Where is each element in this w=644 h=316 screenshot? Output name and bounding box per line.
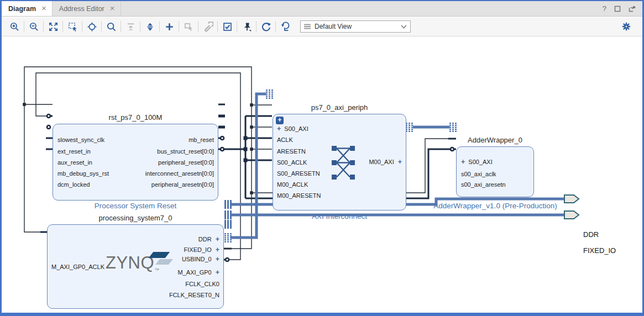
- port-s00-aresetn[interactable]: S00_ARESETN: [277, 170, 320, 177]
- view-selector-value: Default View: [315, 23, 352, 30]
- zynq-logo: ZYNQ: [106, 253, 172, 278]
- block-type-interconnect: AXI Interconnect: [273, 212, 406, 220]
- window-buttons: ?: [603, 1, 642, 16]
- block-title-interconnect: ps7_0_axi_periph: [273, 103, 406, 112]
- maximize-icon[interactable]: [614, 6, 621, 12]
- float-window-icon[interactable]: [629, 6, 636, 12]
- settings-gear-icon[interactable]: [619, 20, 633, 33]
- expand-hierarchy-icon[interactable]: [143, 20, 157, 33]
- block-type-adder: AdderWrapper_v1.0 (Pre-Production): [423, 202, 568, 210]
- external-port-ddr-label[interactable]: DDR: [583, 230, 599, 239]
- help-icon[interactable]: ?: [603, 4, 606, 13]
- port-adder-s00-axi[interactable]: S00_AXI: [461, 159, 493, 166]
- port-s00-axi-aclk[interactable]: s00_axi_aclk: [461, 171, 496, 178]
- zoom-to-selection-icon[interactable]: [65, 20, 80, 33]
- zynq-logo-swoosh-dark: [149, 252, 170, 258]
- toolbar-separator: [217, 21, 218, 32]
- zoom-in-icon[interactable]: [7, 20, 22, 33]
- port-m-axi-gp0-aclk[interactable]: M_AXI_GP0_ACLK: [51, 264, 104, 271]
- regenerate-layout-icon[interactable]: [278, 20, 292, 33]
- toolbar-separator: [101, 21, 102, 32]
- tab-address-editor-label: Address Editor: [59, 5, 104, 13]
- block-title-zynq: processing_system7_0: [47, 214, 224, 222]
- toolbar-separator: [256, 21, 256, 32]
- collapse-hierarchy-icon[interactable]: [123, 20, 138, 33]
- refresh-icon[interactable]: [259, 20, 273, 33]
- external-port-fixed-io-shape: [564, 211, 579, 219]
- view-selector-dropdown[interactable]: Default View: [300, 20, 411, 33]
- tab-diagram[interactable]: Diagram: [2, 1, 53, 16]
- close-icon[interactable]: [41, 5, 46, 13]
- toolbar-separator: [62, 21, 63, 32]
- port-mb-debug-sys-rst[interactable]: mb_debug_sys_rst: [57, 170, 109, 177]
- collapse-block-icon[interactable]: [276, 117, 284, 124]
- toolbar-separator: [140, 21, 140, 32]
- port-ext-reset-in[interactable]: ext_reset_in: [57, 148, 91, 155]
- port-aresetn[interactable]: ARESETN: [277, 148, 306, 155]
- net-m-axi-gp0[interactable]: [231, 94, 266, 238]
- zoom-out-icon[interactable]: [27, 20, 41, 33]
- toolbar-separator: [24, 21, 24, 32]
- port-dcm-locked[interactable]: dcm_locked: [57, 181, 90, 188]
- validate-design-icon[interactable]: [220, 20, 234, 33]
- port-fclk-reset0-n[interactable]: FCLK_RESET0_N: [140, 292, 219, 299]
- port-slowest-sync-clk[interactable]: slowest_sync_clk: [57, 136, 104, 144]
- block-title-reset: rst_ps7_0_100M: [53, 113, 218, 122]
- search-icon[interactable]: [104, 20, 118, 33]
- port-interconnect-aresetn[interactable]: interconnect_aresetn[0:0]: [112, 170, 214, 177]
- port-bus-struct-reset[interactable]: bus_struct_reset[0:0]: [112, 148, 214, 155]
- toolbar-separator: [159, 21, 160, 32]
- port-s00-axi[interactable]: S00_AXI: [277, 125, 308, 133]
- block-type-reset: Processor System Reset: [53, 202, 218, 210]
- port-m00-aresetn[interactable]: M00_ARESETN: [277, 192, 321, 199]
- close-icon[interactable]: [110, 5, 115, 13]
- port-s00-axi-aresetn[interactable]: s00_axi_aresetn: [461, 181, 506, 188]
- tab-diagram-label: Diagram: [8, 5, 36, 13]
- port-aux-reset-in[interactable]: aux_reset_in: [57, 159, 92, 166]
- port-peripheral-aresetn[interactable]: peripheral_aresetn[0:0]: [112, 181, 214, 188]
- chevron-down-icon: [401, 25, 407, 29]
- port-ddr[interactable]: DDR: [140, 236, 219, 243]
- tab-address-editor[interactable]: Address Editor: [53, 1, 121, 16]
- customize-block-icon[interactable]: [201, 20, 215, 33]
- toolbar-separator: [43, 21, 44, 32]
- toolbar-separator: [179, 21, 179, 32]
- axi-crossbar-icon: [331, 145, 356, 181]
- port-mb-reset[interactable]: mb_reset: [112, 136, 214, 144]
- vivado-diagram-window: Diagram Address Editor ?: [0, 0, 644, 316]
- toolbar-separator: [198, 21, 198, 32]
- port-m00-aclk[interactable]: M00_ACLK: [277, 181, 308, 188]
- block-type-zynq: ZYNQ7 Processing System: [47, 312, 224, 316]
- port-peripheral-reset[interactable]: peripheral_reset[0:0]: [112, 159, 214, 166]
- external-port-fixed-io-label[interactable]: FIXED_IO: [583, 246, 616, 255]
- diagram-toolbar: Default View: [2, 17, 642, 36]
- port-s00-aclk[interactable]: S00_ACLK: [277, 159, 307, 166]
- port-aclk[interactable]: ACLK: [277, 136, 293, 144]
- toolbar-separator: [237, 21, 237, 32]
- toolbar-separator: [121, 21, 121, 32]
- toolbar-separator: [82, 21, 82, 32]
- pin-icon[interactable]: [239, 20, 254, 33]
- hamburger-icon: [304, 24, 311, 29]
- tab-strip: Diagram Address Editor ?: [2, 1, 642, 17]
- toolbar-separator: [275, 21, 276, 32]
- block-title-adder: AdderWrapper_0: [456, 136, 534, 144]
- make-external-icon[interactable]: [181, 20, 196, 33]
- wire-junctions: [244, 136, 248, 162]
- diagram-canvas[interactable]: rst_ps7_0_100M slowest_sync_clk ext_rese…: [2, 36, 642, 313]
- add-ip-icon[interactable]: [162, 20, 176, 33]
- zoom-fit-icon[interactable]: [46, 20, 60, 33]
- autofit-selection-icon[interactable]: [85, 20, 99, 33]
- port-fclk-clk0[interactable]: FCLK_CLK0: [140, 281, 219, 288]
